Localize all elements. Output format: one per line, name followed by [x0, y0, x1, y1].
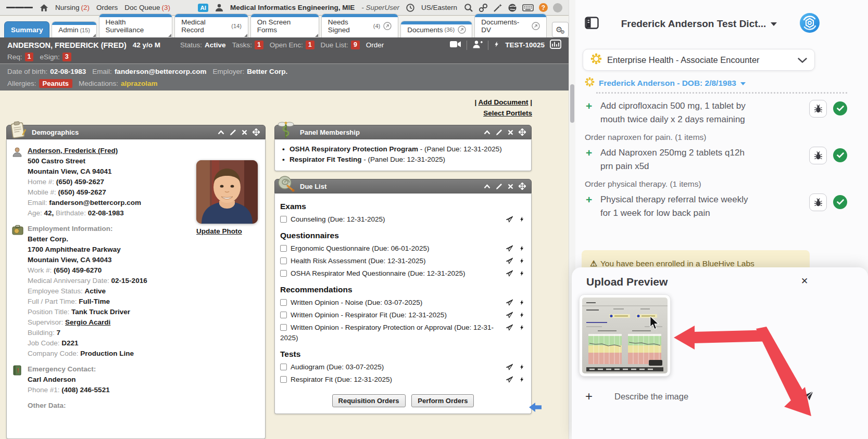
tab-on-screen-forms[interactable]: On Screen Forms [250, 14, 319, 37]
requisition-plane-icon[interactable] [506, 215, 513, 223]
external-link-icon[interactable] [532, 22, 540, 30]
debug-bug-button[interactable] [809, 147, 827, 164]
nav-doc-queue[interactable]: Doc Queue(3) [124, 4, 170, 11]
medication-value[interactable]: alprazolam [121, 80, 158, 87]
wand-icon[interactable] [493, 3, 502, 12]
link-icon[interactable] [479, 3, 488, 12]
order-link[interactable]: Order [366, 41, 384, 49]
app-logo[interactable] [799, 12, 820, 35]
dictation-title[interactable]: Frederick Anderson Test Dict... [599, 18, 799, 30]
due-item-checkbox[interactable] [280, 324, 287, 331]
panel-collapse-arrow[interactable] [528, 401, 543, 416]
supervisor-link[interactable]: Sergio Acardi [65, 318, 110, 326]
edit-icon[interactable] [496, 183, 502, 190]
ai-badge[interactable]: AI [198, 4, 208, 12]
demographics-header[interactable]: Demographics [6, 125, 266, 139]
tab-summary[interactable]: Summary [4, 21, 49, 37]
perform-bolt-icon[interactable] [519, 363, 525, 371]
esign-badge[interactable]: 3 [62, 53, 71, 61]
globe-icon[interactable] [508, 3, 517, 12]
external-link-icon[interactable] [458, 25, 466, 34]
due-list-pair[interactable]: Due List:9 [321, 41, 360, 49]
due-item-checkbox[interactable] [280, 376, 287, 383]
tab-documents[interactable]: Documents(36) [400, 21, 472, 37]
scrollbar-thumb[interactable] [570, 84, 574, 123]
due-list-header[interactable]: Due List [274, 179, 532, 193]
encounter-selector[interactable]: Enterprise Health - Associate Encounter [583, 49, 815, 71]
open-enc-badge[interactable]: 1 [306, 41, 315, 49]
requisition-orders-button[interactable]: Requisition Orders [332, 394, 406, 407]
tab-needs-signed[interactable]: Needs Signed(4) [321, 14, 399, 37]
nav-orders[interactable]: Orders [96, 4, 118, 11]
attach-plus-icon[interactable]: + [585, 389, 614, 404]
encounter-id[interactable]: TEST-10025 [505, 41, 545, 49]
close-icon[interactable] [508, 130, 513, 135]
upload-thumbnail[interactable] [579, 294, 671, 377]
due-item-checkbox[interactable] [280, 257, 287, 264]
debug-bug-button[interactable] [809, 193, 827, 211]
collapse-icon[interactable] [484, 184, 490, 189]
tasks-pair[interactable]: Tasks:1 [232, 41, 263, 49]
req-badge[interactable]: 1 [25, 53, 34, 61]
perform-bolt-icon[interactable] [519, 376, 525, 383]
req-pair[interactable]: Req:1 [7, 53, 33, 61]
perform-bolt-icon[interactable] [519, 299, 525, 306]
requisition-plane-icon[interactable] [506, 363, 513, 371]
move-icon[interactable] [253, 128, 260, 136]
perform-bolt-icon[interactable] [519, 269, 525, 277]
due-item-checkbox[interactable] [280, 364, 287, 370]
due-item-checkbox[interactable] [280, 312, 287, 318]
tab-medical-record[interactable]: Medical Record(14) [174, 14, 248, 37]
perform-bolt-icon[interactable] [519, 311, 525, 319]
open-enc-pair[interactable]: Open Enc:1 [270, 41, 315, 49]
due-item-checkbox[interactable] [280, 270, 287, 277]
debug-bug-button[interactable] [809, 100, 827, 118]
move-icon[interactable] [519, 128, 526, 136]
keyboard-icon[interactable] [522, 4, 534, 11]
requisition-plane-icon[interactable] [506, 324, 513, 331]
home-icon[interactable] [40, 4, 48, 12]
perform-bolt-icon[interactable] [519, 324, 525, 331]
allergy-badge[interactable]: Peanuts [39, 79, 73, 88]
tab-documents-dv[interactable]: Documents-DV [474, 14, 547, 37]
patient-name-link[interactable]: Anderson, Frederick (Fred) [28, 147, 118, 154]
select-portlets-link[interactable]: Select Portlets [483, 109, 532, 117]
add-person-icon[interactable] [472, 40, 483, 50]
requisition-plane-icon[interactable] [506, 244, 513, 252]
perform-bolt-icon[interactable] [519, 215, 525, 223]
add-document-link[interactable]: Add Document [478, 98, 528, 106]
external-link-icon[interactable] [383, 22, 392, 30]
requisition-plane-icon[interactable] [506, 299, 513, 306]
avatar[interactable] [553, 3, 562, 12]
close-icon[interactable] [242, 130, 247, 135]
tab-health-surveillance[interactable]: Health Surveillance [99, 14, 173, 37]
due-item-checkbox[interactable] [280, 216, 287, 223]
menu-icon[interactable] [6, 6, 33, 10]
accepted-check-icon[interactable] [833, 148, 847, 162]
send-icon[interactable] [802, 390, 814, 404]
edit-icon[interactable] [230, 129, 236, 136]
accepted-check-icon[interactable] [833, 195, 847, 209]
describe-image-input[interactable] [614, 392, 786, 402]
move-icon[interactable] [519, 183, 526, 190]
encounter-bolt-icon[interactable] [494, 40, 500, 50]
due-list-badge[interactable]: 9 [351, 41, 360, 49]
update-photo-link[interactable]: Update Photo [196, 227, 242, 235]
panel-membership-header[interactable]: Panel Membership [274, 125, 532, 139]
collapse-icon[interactable] [484, 130, 490, 135]
tab-admin[interactable]: Admin(15) [52, 21, 96, 37]
due-item-checkbox[interactable] [280, 245, 287, 252]
collapse-icon[interactable] [218, 130, 224, 135]
help-icon[interactable]: ? [539, 3, 548, 12]
patient-selector[interactable]: Frederick Anderson - DOB: 2/8/1983 [585, 77, 868, 89]
esign-pair[interactable]: eSign:3 [40, 53, 71, 61]
search-icon[interactable] [464, 3, 473, 12]
nav-nursing[interactable]: Nursing(2) [55, 4, 90, 11]
patient-name[interactable]: ANDERSON, FREDERICK (FRED) [7, 41, 127, 49]
requisition-plane-icon[interactable] [506, 257, 513, 265]
timezone-label[interactable]: US/Eastern [421, 4, 457, 11]
chart-icon[interactable] [550, 40, 561, 50]
requisition-plane-icon[interactable] [506, 269, 513, 277]
requisition-plane-icon[interactable] [506, 376, 513, 383]
due-item-checkbox[interactable] [280, 299, 287, 306]
